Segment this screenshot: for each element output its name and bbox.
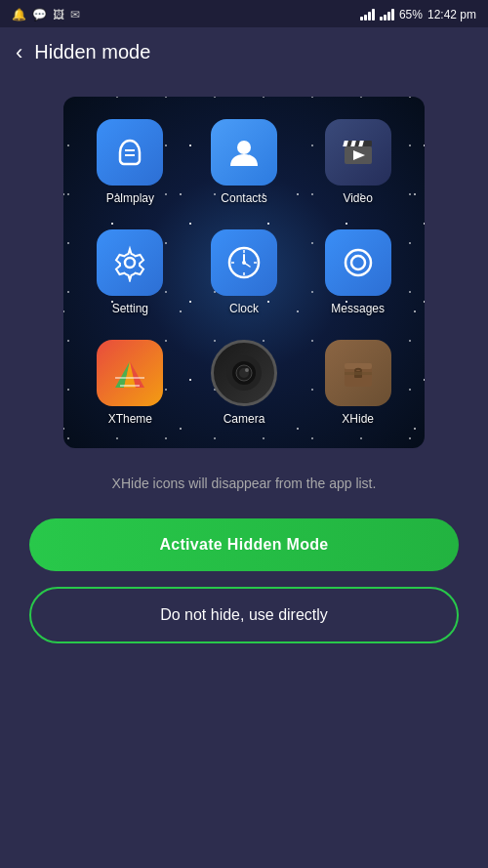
svg-point-9 [125, 258, 135, 268]
app-grid: Palmplay Contacts [63, 97, 425, 448]
image-icon: 🖼 [53, 8, 64, 21]
setting-icon [97, 229, 163, 296]
notification-icon: 🔔 [12, 8, 26, 21]
contacts-label: Contacts [221, 191, 266, 205]
palmplay-icon [97, 119, 163, 186]
app-item-xtheme[interactable]: XTheme [73, 328, 187, 438]
app-item-contacts[interactable]: Contacts [187, 106, 302, 217]
messages-label: Messages [331, 302, 385, 315]
xhide-label: XHide [342, 412, 374, 426]
app-item-xhide[interactable]: XHide [301, 328, 415, 438]
message-icon: 💬 [32, 8, 47, 21]
activate-hidden-mode-button[interactable]: Activate Hidden Mode [29, 518, 459, 571]
status-bar: 🔔 💬 🖼 ✉ 65% 12:42 pm [0, 0, 488, 27]
clock-time: 12:42 pm [427, 8, 476, 21]
video-icon [325, 119, 391, 186]
app-item-messages[interactable]: Messages [301, 217, 415, 327]
svg-point-19 [351, 256, 365, 269]
svg-rect-3 [345, 141, 372, 146]
email-icon: ✉ [70, 8, 80, 21]
clock-icon [211, 229, 277, 296]
palmplay-label: Palmplay [106, 191, 154, 205]
camera-label: Camera [224, 412, 265, 426]
clock-label: Clock [229, 302, 259, 315]
svg-point-27 [245, 368, 249, 372]
info-text: XHide icons will disappear from the app … [0, 475, 488, 491]
status-icons: 🔔 💬 🖼 ✉ [12, 8, 80, 21]
battery-level: 65% [399, 8, 423, 21]
xtheme-icon [97, 340, 163, 406]
camera-icon [211, 340, 277, 406]
status-right: 65% 12:42 pm [360, 8, 476, 21]
messages-icon [325, 229, 391, 296]
app-grid-wrapper: Palmplay Contacts [63, 97, 425, 448]
signal-bars [360, 9, 375, 21]
svg-line-17 [244, 263, 250, 267]
svg-point-2 [237, 141, 251, 154]
do-not-hide-button[interactable]: Do not hide, use directly [29, 587, 459, 643]
app-item-video[interactable]: Video [301, 106, 415, 217]
app-item-clock[interactable]: Clock [187, 217, 302, 327]
video-label: Video [343, 191, 372, 205]
back-button[interactable]: ‹ [16, 42, 22, 63]
app-item-camera[interactable]: Camera [187, 328, 302, 438]
header: ‹ Hidden mode [0, 27, 488, 77]
contacts-icon [211, 119, 277, 186]
svg-point-18 [346, 250, 371, 275]
svg-rect-31 [345, 372, 372, 375]
xhide-icon [325, 340, 391, 406]
setting-label: Setting [112, 302, 148, 315]
signal-bars-2 [380, 9, 394, 21]
app-grid-background: Palmplay Contacts [63, 97, 425, 448]
page-title: Hidden mode [34, 41, 150, 63]
xtheme-label: XTheme [108, 412, 152, 426]
button-container: Activate Hidden Mode Do not hide, use di… [0, 518, 488, 643]
app-item-palmplay[interactable]: Palmplay [73, 106, 187, 217]
app-item-setting[interactable]: Setting [73, 217, 187, 327]
